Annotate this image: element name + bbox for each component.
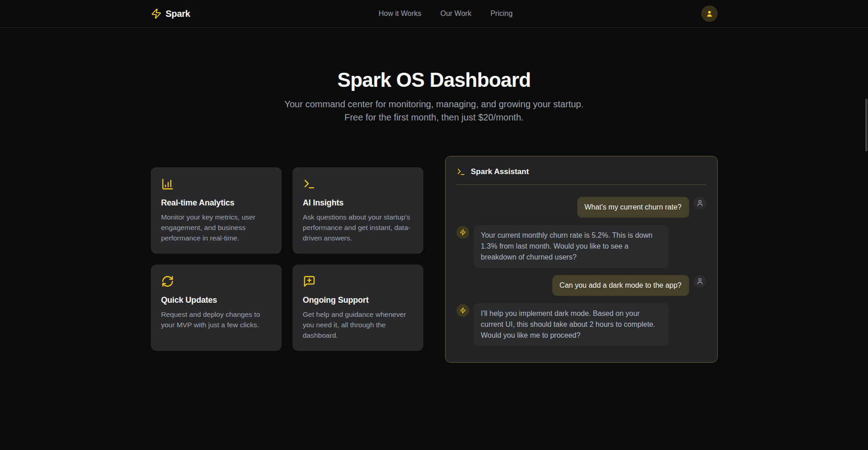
- assistant-avatar: [456, 304, 469, 317]
- nav-link-our-work[interactable]: Our Work: [440, 10, 471, 18]
- feature-card-ai-insights: AI Insights Ask questions about your sta…: [293, 167, 423, 254]
- feature-description: Monitor your key metrics, user engagemen…: [161, 212, 271, 243]
- chat-message-assistant: I'll help you implement dark mode. Based…: [456, 303, 706, 346]
- feature-description: Get help and guidance whenever you need …: [303, 309, 413, 340]
- feature-title: Ongoing Support: [303, 295, 413, 305]
- assistant-message-bubble: I'll help you implement dark mode. Based…: [474, 303, 669, 346]
- feature-card-real-time-analytics: Real-time Analytics Monitor your key met…: [151, 167, 282, 254]
- assistant-message-bubble: Your current monthly churn rate is 5.2%.…: [474, 225, 669, 268]
- refresh-icon: [161, 275, 271, 288]
- terminal-icon: [303, 178, 413, 190]
- zap-icon: [460, 307, 466, 314]
- main-nav: How it Works Our Work Pricing: [190, 10, 701, 18]
- feature-description: Ask questions about your startup's perfo…: [303, 212, 413, 243]
- features-grid: Real-time Analytics Monitor your key met…: [151, 167, 423, 351]
- zap-icon: [460, 229, 466, 235]
- nav-link-pricing[interactable]: Pricing: [491, 10, 513, 18]
- feature-description: Request and deploy changes to your MVP w…: [161, 309, 271, 330]
- account-avatar-button[interactable]: [701, 5, 718, 22]
- feature-title: Real-time Analytics: [161, 198, 271, 208]
- scrollbar-thumb[interactable]: [865, 99, 868, 151]
- main-content: Real-time Analytics Monitor your key met…: [144, 156, 725, 363]
- brand-logo[interactable]: Spark: [151, 8, 190, 19]
- user-icon: [696, 278, 704, 285]
- top-navbar: Spark How it Works Our Work Pricing: [0, 0, 868, 28]
- nav-link-how-it-works[interactable]: How it Works: [379, 10, 422, 18]
- message-square-plus-icon: [303, 275, 413, 288]
- assistant-title: Spark Assistant: [471, 167, 529, 176]
- user-icon: [705, 10, 714, 18]
- chat-message-user: Can you add a dark mode to the app?: [456, 275, 706, 296]
- zap-icon: [151, 8, 162, 19]
- feature-title: AI Insights: [303, 198, 413, 208]
- terminal-icon: [456, 167, 466, 176]
- user-message-bubble: What's my current churn rate?: [577, 197, 689, 218]
- assistant-avatar: [456, 226, 469, 239]
- user-message-bubble: Can you add a dark mode to the app?: [552, 275, 689, 296]
- brand-name: Spark: [166, 9, 190, 19]
- chat-message-assistant: Your current monthly churn rate is 5.2%.…: [456, 225, 706, 268]
- hero-section: Spark OS Dashboard Your command center f…: [0, 69, 868, 124]
- spark-assistant-panel: Spark Assistant What's my current churn …: [445, 156, 718, 363]
- user-avatar: [694, 197, 706, 210]
- page-subtitle: Your command center for monitoring, mana…: [275, 98, 593, 124]
- feature-card-quick-updates: Quick Updates Request and deploy changes…: [151, 265, 282, 351]
- user-icon: [696, 200, 704, 207]
- assistant-header: Spark Assistant: [456, 167, 706, 185]
- chat-message-list: What's my current churn rate? Your curre…: [456, 197, 706, 346]
- feature-title: Quick Updates: [161, 295, 271, 305]
- page-title: Spark OS Dashboard: [0, 69, 868, 92]
- chat-message-user: What's my current churn rate?: [456, 197, 706, 218]
- feature-card-ongoing-support: Ongoing Support Get help and guidance wh…: [293, 265, 423, 351]
- chart-column-icon: [161, 178, 271, 190]
- user-avatar: [694, 275, 706, 288]
